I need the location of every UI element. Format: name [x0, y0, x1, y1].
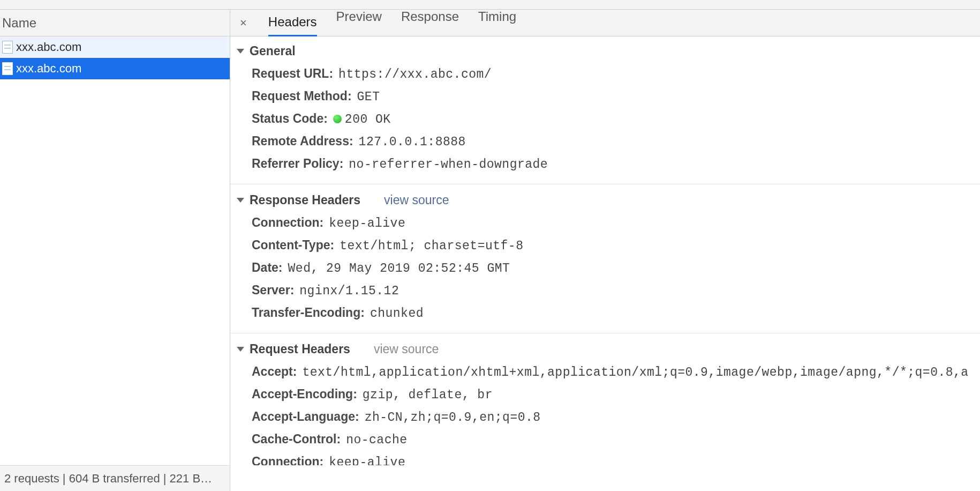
request-row-label: xxx.abc.com	[16, 62, 81, 76]
status-bar: 2 requests | 604 B transferred | 221 B…	[0, 465, 230, 491]
headers-view: General Request URLhttps://xxx.abc.com/R…	[230, 36, 980, 465]
section-response-headers-title: Response Headers	[250, 193, 360, 207]
section-general[interactable]: General	[230, 41, 980, 62]
header-value: no-referrer-when-downgrade	[349, 158, 548, 172]
header-key: Cache-Control	[252, 432, 341, 447]
request-row-label: xxx.abc.com	[16, 40, 81, 54]
requests-list: xxx.abc.comxxx.abc.com	[0, 36, 230, 465]
header-value: chunked	[370, 307, 424, 321]
header-row: Accept-Encodinggzip, deflate, br	[252, 383, 980, 406]
details-tabs-bar: × HeadersPreviewResponseTiming	[230, 10, 980, 36]
header-key: Accept	[252, 364, 297, 379]
document-icon	[2, 41, 13, 54]
tab-preview[interactable]: Preview	[336, 10, 382, 36]
header-row: Connectionkeep-alive	[252, 212, 980, 234]
section-request-headers[interactable]: Request Headers view source	[230, 339, 980, 360]
close-icon[interactable]: ×	[238, 16, 249, 30]
header-key: Request URL	[252, 66, 333, 81]
document-icon	[2, 62, 13, 75]
request-headers-rows: Accepttext/html,application/xhtml+xml,ap…	[230, 360, 980, 465]
header-key: Transfer-Encoding	[252, 306, 365, 320]
header-key: Server	[252, 283, 294, 297]
header-key: Content-Type	[252, 238, 334, 252]
view-source-link[interactable]: view source	[374, 342, 439, 356]
header-row: Remote Address127.0.0.1:8888	[252, 130, 980, 153]
header-value: zh-CN,zh;q=0.9,en;q=0.8	[365, 411, 541, 425]
header-row: Request MethodGET	[252, 85, 980, 108]
header-value: text/html,application/xhtml+xml,applicat…	[302, 366, 968, 380]
requests-column-header[interactable]: Name	[0, 10, 230, 36]
section-response-headers[interactable]: Response Headers view source	[230, 190, 980, 211]
header-key: Date	[252, 261, 283, 275]
header-value: Wed, 29 May 2019 02:52:45 GMT	[288, 262, 510, 276]
chevron-down-icon	[237, 198, 244, 203]
view-source-link[interactable]: view source	[384, 193, 449, 207]
header-value: https://xxx.abc.com/	[338, 68, 492, 81]
header-value: gzip, deflate, br	[363, 388, 493, 402]
chevron-down-icon	[237, 49, 244, 54]
tab-timing[interactable]: Timing	[478, 10, 516, 36]
header-row: Request URLhttps://xxx.abc.com/	[252, 63, 980, 85]
status-dot-icon	[333, 115, 342, 123]
requests-panel: Name xxx.abc.comxxx.abc.com	[0, 10, 230, 465]
tab-response[interactable]: Response	[401, 10, 459, 36]
response-headers-rows: Connectionkeep-aliveContent-Typetext/htm…	[230, 211, 980, 330]
section-general-title: General	[250, 44, 296, 58]
header-key: Remote Address	[252, 134, 353, 148]
header-row: Accepttext/html,application/xhtml+xml,ap…	[252, 361, 980, 383]
header-key: Status Code	[252, 111, 328, 126]
header-value: 200 OK	[333, 113, 391, 127]
header-value: nginx/1.15.12	[299, 284, 399, 298]
header-key: Connection	[252, 215, 323, 230]
general-rows: Request URLhttps://xxx.abc.com/Request M…	[230, 62, 980, 181]
header-row: DateWed, 29 May 2019 02:52:45 GMT	[252, 257, 980, 279]
divider	[230, 184, 980, 184]
header-row: Accept-Languagezh-CN,zh;q=0.9,en;q=0.8	[252, 406, 980, 428]
header-key: Accept-Language	[252, 410, 359, 424]
tab-headers[interactable]: Headers	[268, 14, 317, 36]
header-key: Request Method	[252, 89, 352, 103]
header-value: text/html; charset=utf-8	[340, 239, 523, 253]
toolbar-strip	[0, 0, 980, 10]
header-value: keep-alive	[329, 456, 405, 465]
request-row[interactable]: xxx.abc.com	[0, 36, 230, 58]
header-row: Content-Typetext/html; charset=utf-8	[252, 234, 980, 257]
details-panel: × HeadersPreviewResponseTiming General R…	[230, 10, 980, 465]
header-row: Servernginx/1.15.12	[252, 279, 980, 302]
header-key: Accept-Encoding	[252, 387, 357, 401]
header-row: Cache-Controlno-cache	[252, 428, 980, 451]
header-row: Transfer-Encodingchunked	[252, 302, 980, 324]
header-row: Connectionkeep-alive	[252, 451, 980, 465]
header-row: Status Code200 OK	[252, 108, 980, 130]
header-value: GET	[357, 90, 380, 104]
header-row: Referrer Policyno-referrer-when-downgrad…	[252, 153, 980, 175]
header-value: 127.0.0.1:8888	[359, 135, 466, 149]
header-key: Referrer Policy	[252, 157, 343, 171]
divider	[230, 333, 980, 333]
header-key: Connection	[252, 455, 323, 465]
chevron-down-icon	[237, 347, 244, 352]
header-value: keep-alive	[329, 217, 405, 230]
request-row[interactable]: xxx.abc.com	[0, 58, 230, 79]
section-request-headers-title: Request Headers	[250, 342, 350, 356]
header-value: no-cache	[346, 433, 407, 447]
